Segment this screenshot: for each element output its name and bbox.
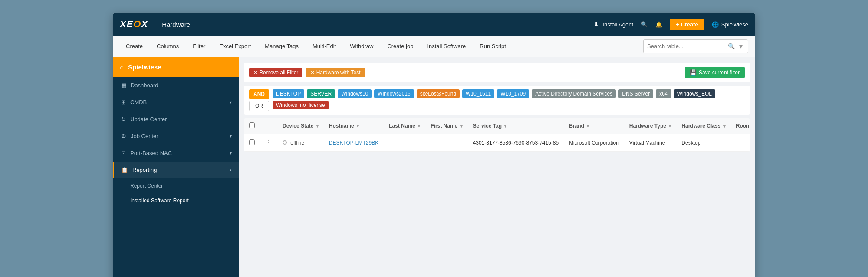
sidebar-item-dashboard[interactable]: ▦ Dashboard: [113, 77, 239, 94]
and-or-tags-row: AND OR DESKTOP SERVER Windows10 Windows2…: [244, 86, 750, 115]
cell-hardware-class: Desktop: [676, 134, 730, 152]
sidebar-sub-item-report-center[interactable]: Report Center: [113, 178, 239, 193]
secondary-nav-filter[interactable]: Filter: [187, 40, 211, 53]
cell-service-tag: 4301-3177-8536-7690-8753-7415-85: [468, 134, 564, 152]
tag-w10-1709[interactable]: W10_1709: [497, 89, 529, 98]
sidebar-item-cmdb[interactable]: ⊞ CMDB ▾: [113, 94, 239, 111]
secondary-nav-columns[interactable]: Columns: [151, 40, 185, 53]
cmdb-icon: ⊞: [121, 99, 126, 106]
sort-arrow-brand: ▾: [587, 124, 589, 129]
hardware-table: Device State ▾ Hostname ▾ Last Name ▾: [244, 118, 750, 152]
chevron-down-icon: ▾: [230, 100, 232, 105]
tag-windows10[interactable]: Windows10: [338, 89, 372, 98]
search-icon: [640, 20, 648, 28]
and-button[interactable]: AND: [249, 89, 269, 99]
cell-room: [731, 134, 750, 152]
filter-tags-container: DESKTOP SERVER Windows10 Windows2016 sit…: [273, 89, 745, 109]
secondary-nav-withdraw[interactable]: Withdraw: [344, 40, 379, 53]
secondary-nav-excel-export[interactable]: Excel Export: [213, 40, 257, 53]
table-search-box[interactable]: 🔍 ▾: [643, 39, 748, 53]
filter-bar: ✕ Remove all Filter ✕ Hardware with Test…: [244, 63, 750, 82]
main-layout: ⌂ Spielwiese ▦ Dashboard ⊞ CMDB ▾ ↻ Upda…: [113, 57, 755, 277]
cell-hostname: DESKTOP-LMT29BK: [324, 134, 384, 152]
search-dropdown-icon[interactable]: ▾: [737, 41, 744, 51]
select-all-checkbox[interactable]: [249, 122, 255, 128]
sidebar-item-update-center[interactable]: ↻ Update Center: [113, 111, 239, 128]
install-agent-button[interactable]: Install Agent: [592, 20, 633, 28]
sort-arrow-last-name: ▾: [418, 124, 420, 129]
secondary-nav-create-job[interactable]: Create job: [381, 40, 419, 53]
or-button[interactable]: OR: [249, 101, 269, 111]
col-hardware-type[interactable]: Hardware Type ▾: [624, 118, 677, 134]
save-current-filter-button[interactable]: 💾 Save current filter: [685, 67, 745, 78]
search-icon: 🔍: [728, 43, 735, 49]
col-service-tag[interactable]: Service Tag ▾: [468, 118, 564, 134]
row-more-options-button[interactable]: ⋮: [265, 139, 272, 146]
cell-last-name: [384, 134, 425, 152]
select-all-checkbox-col: [244, 118, 260, 134]
nav-title: Hardware: [162, 21, 585, 28]
table-header-row: Device State ▾ Hostname ▾ Last Name ▾: [244, 118, 750, 134]
create-button[interactable]: + Create: [670, 19, 704, 30]
tag-sitelost[interactable]: siteLost&Found: [417, 89, 460, 98]
notifications-button[interactable]: [655, 20, 663, 28]
sort-arrow-hostname: ▾: [357, 124, 359, 129]
cell-first-name: [425, 134, 467, 152]
hardware-with-test-filter-button[interactable]: ✕ Hardware with Test: [306, 68, 365, 77]
hostname-link[interactable]: DESKTOP-LMT29BK: [329, 140, 378, 146]
save-icon: 💾: [690, 69, 697, 76]
tag-active-directory[interactable]: Active Directory Domain Services: [532, 89, 616, 98]
tag-x64[interactable]: x64: [656, 89, 671, 98]
download-icon: [592, 20, 600, 28]
cell-hardware-type: Virtual Machine: [624, 134, 677, 152]
row-checkbox[interactable]: [249, 139, 255, 145]
offline-status-dot: [283, 140, 287, 145]
update-icon: ↻: [121, 116, 126, 122]
hardware-data-table: Device State ▾ Hostname ▾ Last Name ▾: [244, 118, 750, 152]
global-search-button[interactable]: [640, 20, 648, 28]
reporting-icon: 📋: [121, 167, 128, 173]
secondary-nav-manage-tags[interactable]: Manage Tags: [259, 40, 305, 53]
row-actions-col: ⋮: [260, 134, 277, 152]
col-device-state[interactable]: Device State ▾: [277, 118, 324, 134]
user-menu-button[interactable]: Spielwiese: [711, 20, 748, 28]
remove-all-filter-button[interactable]: ✕ Remove all Filter: [249, 68, 302, 77]
table-search-input[interactable]: [647, 43, 725, 49]
tag-windows-eol[interactable]: Windows_EOL: [674, 89, 715, 98]
sort-arrow-service-tag: ▾: [504, 124, 506, 129]
tag-server[interactable]: SERVER: [307, 89, 335, 98]
secondary-nav-multi-edit[interactable]: Multi-Edit: [306, 40, 342, 53]
tag-desktop[interactable]: DESKTOP: [273, 89, 304, 98]
chevron-down-icon: ▾: [230, 134, 232, 138]
sidebar-item-job-center[interactable]: ⚙ Job Center ▾: [113, 128, 239, 145]
tag-windows-no-license[interactable]: Windows_no_license: [273, 101, 329, 109]
col-hostname[interactable]: Hostname ▾: [324, 118, 384, 134]
top-nav-actions: Install Agent + Create Spielwiese: [592, 19, 748, 30]
col-room[interactable]: Room ▾: [731, 118, 750, 134]
secondary-nav-install-software[interactable]: Install Software: [421, 40, 472, 53]
job-icon: ⚙: [121, 133, 126, 139]
sidebar-spielwiese[interactable]: ⌂ Spielwiese: [113, 57, 239, 77]
actions-col: [260, 118, 277, 134]
tag-windows2016[interactable]: Windows2016: [374, 89, 414, 98]
sidebar-item-port-based-nac[interactable]: ⊡ Port-Based NAC ▾: [113, 145, 239, 162]
col-brand[interactable]: Brand ▾: [564, 118, 624, 134]
sidebar-item-reporting[interactable]: 📋 Reporting ▴: [113, 162, 239, 178]
sidebar: ⌂ Spielwiese ▦ Dashboard ⊞ CMDB ▾ ↻ Upda…: [113, 57, 239, 277]
cell-brand: Microsoft Corporation: [564, 134, 624, 152]
content-area: ✕ Remove all Filter ✕ Hardware with Test…: [239, 57, 755, 277]
col-first-name[interactable]: First Name ▾: [425, 118, 467, 134]
col-hardware-class[interactable]: Hardware Class ▾: [676, 118, 730, 134]
home-icon: ⌂: [120, 63, 124, 71]
secondary-nav-run-script[interactable]: Run Script: [473, 40, 512, 53]
sidebar-sub-item-installed-software-report[interactable]: Installed Software Report: [113, 193, 239, 208]
tag-dns-server[interactable]: DNS Server: [618, 89, 653, 98]
sort-arrow-device-state: ▾: [316, 124, 319, 129]
tag-w10-1511[interactable]: W10_1511: [462, 89, 494, 98]
dashboard-icon: ▦: [121, 82, 126, 89]
col-last-name[interactable]: Last Name ▾: [384, 118, 425, 134]
secondary-nav-create[interactable]: Create: [120, 40, 149, 53]
top-nav: XEOX Hardware Install Agent + Create Spi…: [113, 13, 755, 36]
table-row: ⋮ offline DESKTOP-LMT29BK: [244, 134, 750, 152]
and-or-buttons: AND OR: [249, 89, 269, 111]
